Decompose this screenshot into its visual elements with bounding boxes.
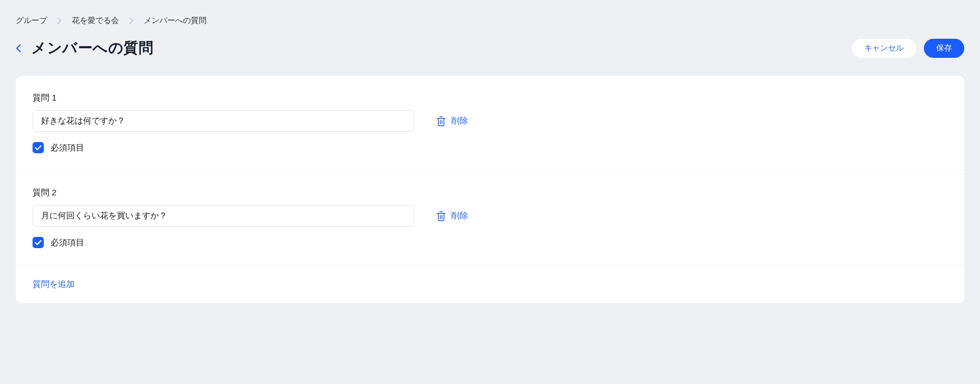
breadcrumb: グループ 花を愛でる会 メンバーへの質問 [16,16,964,26]
header-actions: キャンセル 保存 [852,39,964,58]
header-left: メンバーへの質問 [16,38,153,58]
questions-card: 質問 1 削除 必須項目 質問 2 削除 [16,76,964,303]
required-label: 必須項目 [51,237,84,248]
trash-icon [437,116,446,126]
question-label: 質問 1 [33,93,947,103]
delete-button[interactable]: 削除 [437,211,468,221]
required-row: 必須項目 [33,237,947,248]
delete-button[interactable]: 削除 [437,116,468,126]
question-input[interactable] [33,110,414,132]
page-header: メンバーへの質問 キャンセル 保存 [16,38,964,58]
save-button[interactable]: 保存 [924,39,964,58]
required-row: 必須項目 [33,142,947,153]
chevron-left-icon [16,44,21,53]
required-checkbox[interactable] [33,237,44,248]
add-question-row: 質問を追加 [16,266,964,303]
chevron-right-icon [129,17,134,24]
check-icon [35,240,42,245]
back-button[interactable] [16,44,21,53]
delete-label: 削除 [451,116,468,126]
question-input[interactable] [33,205,414,227]
question-block-1: 質問 1 削除 必須項目 [16,76,964,171]
check-icon [35,145,42,150]
add-question-link[interactable]: 質問を追加 [33,279,75,289]
breadcrumb-item-current: メンバーへの質問 [144,16,207,26]
breadcrumb-item-group[interactable]: グループ [16,16,47,26]
question-block-2: 質問 2 削除 必須項目 [16,171,964,266]
breadcrumb-item-club[interactable]: 花を愛でる会 [72,16,119,26]
delete-label: 削除 [451,211,468,221]
question-row: 削除 [33,205,947,227]
cancel-button[interactable]: キャンセル [852,39,916,58]
required-checkbox[interactable] [33,142,44,153]
question-row: 削除 [33,110,947,132]
question-label: 質問 2 [33,188,947,198]
page-title: メンバーへの質問 [31,38,153,58]
chevron-right-icon [57,17,62,24]
required-label: 必須項目 [51,143,84,153]
trash-icon [437,211,446,221]
